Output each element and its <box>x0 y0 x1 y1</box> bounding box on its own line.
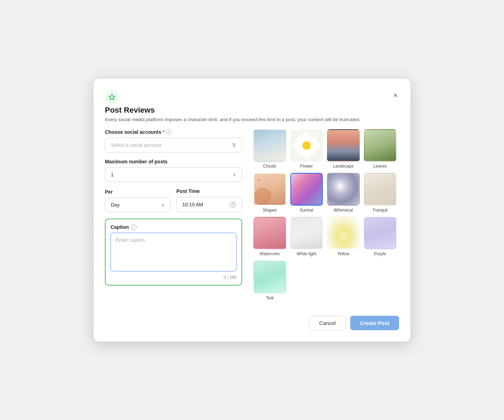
social-accounts-field: Choose social accounts * i Select a soci… <box>105 129 242 152</box>
list-item[interactable]: Whimsical <box>327 173 360 213</box>
max-posts-label: Maximum number of posts <box>105 159 242 164</box>
image-label: Leaves <box>373 164 387 169</box>
list-item[interactable]: " Shapes <box>253 173 286 213</box>
caption-section: Caption i 0 / 280 <box>105 219 242 286</box>
modal-header: × <box>105 90 399 104</box>
flower-svg <box>291 130 322 161</box>
modal-title: Post Reviews <box>105 106 399 115</box>
list-item[interactable]: Purple <box>364 217 397 257</box>
image-grid: Clouds <box>253 129 396 300</box>
yellow-thumb <box>327 217 360 250</box>
list-item[interactable]: Watercolor <box>253 217 286 257</box>
caption-label: Caption <box>111 224 129 230</box>
modal-footer: Cancel Create Post <box>105 310 399 330</box>
social-accounts-label: Choose social accounts * i <box>105 129 242 135</box>
image-label: White light <box>297 251 316 256</box>
per-label: Per <box>105 189 171 195</box>
image-label: Yellow <box>337 251 349 256</box>
image-label: Landscape <box>333 164 354 169</box>
image-label: Whimsical <box>334 208 353 213</box>
clock-icon: 🕙 <box>229 201 236 208</box>
per-select[interactable]: Day ∨ <box>105 198 171 212</box>
required-indicator: * <box>163 129 164 135</box>
caption-input[interactable] <box>111 233 237 271</box>
clouds-thumb <box>253 129 286 162</box>
list-item[interactable]: Yellow <box>327 217 360 257</box>
image-label: Shapes <box>263 208 277 213</box>
post-time-select[interactable]: 10:10 AM 🕙 <box>176 197 242 212</box>
post-time-field: Post Time 10:10 AM 🕙 <box>176 188 242 212</box>
watercolor-thumb <box>253 217 286 250</box>
modal-body: Choose social accounts * i Select a soci… <box>105 129 399 300</box>
info-icon: i <box>166 129 172 135</box>
image-label: Purple <box>374 251 386 256</box>
social-account-select[interactable]: Select a social account ⇅ <box>105 138 242 152</box>
left-panel: Choose social accounts * i Select a soci… <box>105 129 242 300</box>
cancel-button[interactable]: Cancel <box>309 316 346 330</box>
shapes-thumb: " <box>253 173 286 206</box>
caption-label-row: Caption i <box>111 224 237 230</box>
image-label: Tranquil <box>372 208 388 213</box>
post-time-label: Post Time <box>176 188 242 194</box>
chevron-updown-icon: ⇅ <box>232 142 236 148</box>
flower-thumb <box>290 129 323 162</box>
modal-description: Every social media platform imposes a ch… <box>105 117 399 122</box>
list-item[interactable]: Leaves <box>364 129 397 169</box>
list-item[interactable]: Clouds <box>253 129 286 169</box>
max-posts-value: 1 <box>111 172 114 177</box>
per-chevron-icon: ∨ <box>161 202 165 208</box>
leaves-thumb <box>364 129 397 162</box>
chevron-down-icon: ∨ <box>233 172 236 177</box>
white-light-thumb <box>290 217 323 250</box>
create-post-button[interactable]: Create Post <box>350 316 399 330</box>
surreal-thumb <box>290 173 323 206</box>
caption-info-icon: i <box>131 224 137 230</box>
image-label: Clouds <box>263 164 276 169</box>
max-posts-field: Maximum number of posts 1 ∨ <box>105 159 242 182</box>
social-account-placeholder: Select a social account <box>111 142 161 148</box>
tranquil-thumb <box>364 173 397 206</box>
whimsical-thumb <box>327 173 360 206</box>
close-button[interactable]: × <box>392 90 399 101</box>
star-icon <box>105 90 119 104</box>
char-count: 0 / 280 <box>111 275 237 280</box>
list-item[interactable]: White light <box>290 217 323 257</box>
list-item[interactable]: Surreal <box>290 173 323 213</box>
list-item[interactable]: Teal <box>253 261 286 300</box>
post-time-value: 10:10 AM <box>182 202 203 207</box>
image-label: Surreal <box>300 208 313 213</box>
purple-thumb <box>364 217 397 250</box>
modal: × Post Reviews Every social media platfo… <box>94 79 410 341</box>
teal-thumb <box>253 261 286 293</box>
image-label: Watercolor <box>259 251 280 256</box>
max-posts-select[interactable]: 1 ∨ <box>105 167 242 182</box>
image-label: Teal <box>266 295 273 300</box>
per-value: Day <box>111 202 120 208</box>
landscape-thumb <box>327 129 360 162</box>
right-panel[interactable]: Clouds <box>253 129 399 300</box>
per-time-row: Per Day ∨ Post Time 10:10 AM 🕙 <box>105 188 242 212</box>
list-item[interactable]: Tranquil <box>364 173 397 213</box>
image-label: Flower <box>300 164 313 169</box>
list-item[interactable]: Flower <box>290 129 323 169</box>
per-field: Per Day ∨ <box>105 189 171 212</box>
svg-point-9 <box>302 141 311 150</box>
list-item[interactable]: Landscape <box>327 129 360 169</box>
